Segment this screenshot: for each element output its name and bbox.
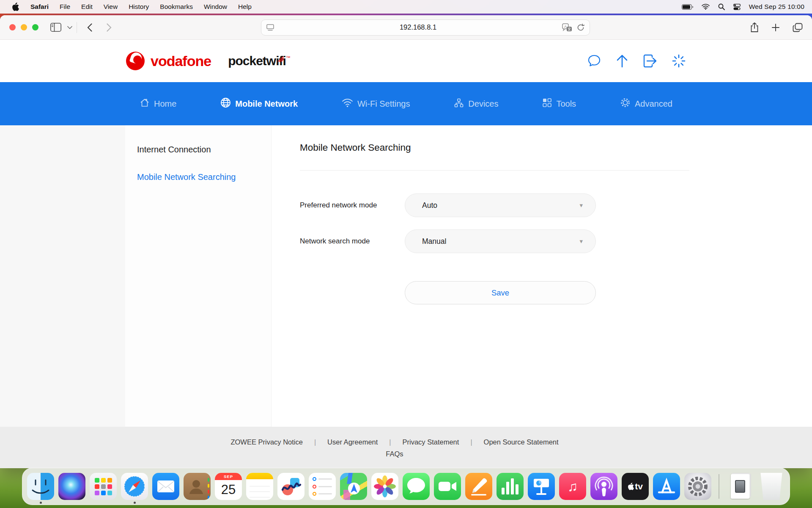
siri-icon <box>58 473 85 500</box>
window-minimize-button[interactable] <box>21 24 27 30</box>
nav-home[interactable]: Home <box>140 98 176 110</box>
reload-icon[interactable] <box>577 24 584 31</box>
dock-maps[interactable] <box>340 473 368 500</box>
preferred-network-mode-select[interactable]: Auto ▾ <box>405 193 596 217</box>
control-center-icon[interactable] <box>733 4 741 10</box>
menu-clock[interactable]: Wed Sep 25 10:00 <box>749 3 804 11</box>
pocketwifi-wordmark: pocketwifi™ <box>228 54 290 68</box>
nav-wifi-settings[interactable]: Wi-Fi Settings <box>342 98 410 110</box>
translate-icon[interactable]: A <box>562 23 572 32</box>
menu-app-name[interactable]: Safari <box>25 3 54 11</box>
nav-devices[interactable]: Devices <box>454 98 498 110</box>
chat-icon[interactable] <box>587 54 601 68</box>
podcasts-icon <box>590 473 617 500</box>
dock-pages[interactable] <box>465 473 493 500</box>
menu-help[interactable]: Help <box>233 3 257 11</box>
menu-history[interactable]: History <box>123 3 154 11</box>
dock-tv[interactable]: tv <box>621 473 649 500</box>
sidebar-item-mobile-network-searching[interactable]: Mobile Network Searching <box>137 172 271 182</box>
dock-freeform[interactable] <box>277 473 305 500</box>
battery-icon[interactable] <box>682 4 693 10</box>
dock-documents-stack[interactable] <box>726 473 754 500</box>
form-row-preferred-network-mode: Preferred network mode Auto ▾ <box>300 193 689 217</box>
page-viewer-icon[interactable] <box>266 24 274 31</box>
footer-link-faqs[interactable]: FAQs <box>0 450 801 458</box>
dock-contacts[interactable] <box>183 473 211 500</box>
mail-icon <box>152 473 179 500</box>
share-icon[interactable] <box>750 22 759 33</box>
dock-keynote[interactable] <box>527 473 555 500</box>
window-close-button[interactable] <box>9 24 16 30</box>
wifi-icon <box>342 98 353 110</box>
nav-home-label: Home <box>154 99 176 109</box>
search-icon[interactable] <box>718 3 725 10</box>
footer-link-privacy-statement[interactable]: Privacy Statement <box>391 438 471 446</box>
network-search-mode-select[interactable]: Manual ▾ <box>405 229 596 253</box>
dock-reminders[interactable] <box>308 473 336 500</box>
sidebar-chevron-down-icon[interactable] <box>67 26 72 29</box>
footer-link-privacy-notice[interactable]: ZOWEE Privacy Notice <box>219 438 314 446</box>
tabs-overview-icon[interactable] <box>793 23 803 32</box>
product-prefix: pocket <box>228 54 266 68</box>
dock-calendar[interactable]: SEP 25 <box>214 473 242 500</box>
pages-icon <box>465 473 492 500</box>
apple-menu-icon[interactable] <box>12 3 19 11</box>
photos-icon <box>371 473 398 500</box>
menu-file[interactable]: File <box>54 3 76 11</box>
nav-tools[interactable]: Tools <box>542 98 576 110</box>
page-content: Internet Connection Mobile Network Searc… <box>0 125 812 427</box>
url-text[interactable]: 192.168.8.1 <box>274 23 562 31</box>
dock-photos[interactable] <box>371 473 399 500</box>
dock-notes[interactable] <box>246 473 274 500</box>
dock-launchpad[interactable] <box>89 473 117 500</box>
dock-safari[interactable] <box>121 473 148 500</box>
network-search-mode-value: Manual <box>422 237 579 246</box>
window-zoom-button[interactable] <box>32 24 38 30</box>
calendar-day: 25 <box>215 480 242 499</box>
sidebar-toggle-icon[interactable] <box>50 23 61 32</box>
site-header: vodafone pocketwifi™ <box>0 40 812 82</box>
freeform-icon <box>277 473 304 500</box>
svg-text:A: A <box>564 24 567 28</box>
save-button[interactable]: Save <box>405 281 596 304</box>
dock-app-store[interactable] <box>653 473 680 500</box>
forward-button-icon[interactable] <box>107 23 112 32</box>
dock-music[interactable]: ♫ <box>559 473 587 500</box>
address-bar[interactable]: 192.168.8.1 A <box>261 19 590 36</box>
menu-window[interactable]: Window <box>198 3 233 11</box>
system-settings-icon <box>684 473 711 500</box>
wifi-icon[interactable] <box>702 4 710 10</box>
dock-siri[interactable] <box>58 473 86 500</box>
dock-finder[interactable] <box>27 473 55 500</box>
footer-link-user-agreement[interactable]: User Agreement <box>316 438 389 446</box>
menu-view[interactable]: View <box>98 3 123 11</box>
new-tab-icon[interactable] <box>771 23 780 32</box>
network-search-mode-label: Network search mode <box>300 237 405 246</box>
menu-edit[interactable]: Edit <box>76 3 98 11</box>
back-button-icon[interactable] <box>87 23 92 32</box>
dock-system-settings[interactable] <box>684 473 712 500</box>
form-row-network-search-mode: Network search mode Manual ▾ <box>300 229 689 253</box>
dock-facetime[interactable] <box>433 473 461 500</box>
dock-numbers[interactable] <box>496 473 524 500</box>
menu-bookmarks[interactable]: Bookmarks <box>154 3 198 11</box>
keynote-icon <box>528 473 555 500</box>
facetime-icon <box>434 473 461 500</box>
dock-messages[interactable] <box>402 473 430 500</box>
numbers-icon <box>497 473 524 500</box>
upload-icon[interactable] <box>616 54 628 68</box>
nav-mobile-network[interactable]: Mobile Network <box>220 97 298 110</box>
nav-tools-label: Tools <box>556 99 576 109</box>
sidebar: Internet Connection Mobile Network Searc… <box>125 125 272 427</box>
footer-link-open-source[interactable]: Open Source Statement <box>472 438 570 446</box>
dock-trash[interactable] <box>757 473 785 500</box>
safari-toolbar: 192.168.8.1 A <box>0 15 812 40</box>
dock-podcasts[interactable] <box>590 473 618 500</box>
document-icon <box>727 473 754 500</box>
dock-mail[interactable] <box>152 473 180 500</box>
gear-icon <box>620 97 631 110</box>
safari-window: 192.168.8.1 A <box>0 15 812 468</box>
nav-advanced[interactable]: Advanced <box>620 97 672 110</box>
logout-icon[interactable] <box>643 54 657 68</box>
sidebar-item-internet-connection[interactable]: Internet Connection <box>137 145 271 155</box>
